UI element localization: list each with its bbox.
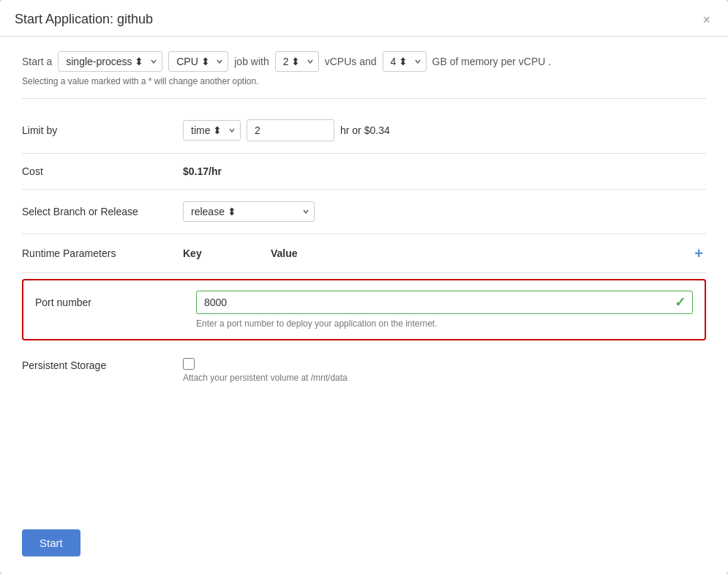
start-application-dialog: Start Application: github × Start a sing… [0, 0, 728, 574]
port-input-wrapper: ✓ [196, 291, 693, 314]
memory-suffix: GB of memory per vCPU . [432, 56, 552, 67]
port-row: Port number ✓ Enter a port number to dep… [22, 279, 706, 340]
runtime-value-header: Value [271, 247, 677, 259]
storage-row: Persistent Storage Attach your persisten… [22, 346, 706, 395]
branch-select[interactable]: release ⬍ [183, 201, 315, 222]
vcpus-label: vCPUs and [325, 56, 377, 67]
start-hint: Selecting a value marked with a * will c… [22, 76, 706, 86]
dialog-footer: Start [0, 518, 728, 574]
persistent-storage-checkbox[interactable] [183, 358, 195, 370]
cost-value: $0.17/hr [183, 165, 222, 177]
port-controls: ✓ Enter a port number to deploy your app… [196, 291, 693, 329]
cost-label: Cost [22, 165, 183, 177]
cost-controls: $0.17/hr [183, 165, 706, 177]
branch-controls: release ⬍ [183, 201, 706, 222]
storage-label: Persistent Storage [22, 358, 183, 371]
start-button[interactable]: Start [22, 529, 80, 556]
limit-suffix: hr or $0.34 [340, 124, 390, 136]
valid-checkmark-icon: ✓ [675, 294, 686, 310]
runtime-header: Key Value + [183, 246, 706, 261]
port-hint: Enter a port number to deploy your appli… [196, 318, 693, 329]
limit-label: Limit by [22, 124, 183, 136]
add-runtime-button[interactable]: + [691, 246, 706, 261]
divider-1 [22, 98, 706, 99]
process-type-select[interactable]: single-process ⬍ [58, 51, 162, 72]
port-row-inner: Port number ✓ Enter a port number to dep… [35, 291, 693, 329]
port-label: Port number [35, 291, 196, 308]
limit-by-row: Limit by time ⬍ hr or $0.34 [22, 108, 706, 154]
port-number-input[interactable] [196, 291, 693, 314]
storage-hint: Attach your persistent volume at /mnt/da… [183, 373, 706, 383]
runtime-row: Runtime Parameters Key Value + [22, 234, 706, 273]
vcpu-count-select[interactable]: 2 ⬍ [275, 51, 319, 72]
start-a-prefix: Start a [22, 56, 52, 67]
branch-label: Select Branch or Release [22, 206, 183, 217]
runtime-label: Runtime Parameters [22, 246, 183, 259]
branch-row: Select Branch or Release release ⬍ [22, 190, 706, 234]
close-button[interactable]: × [699, 13, 713, 26]
limit-value-input[interactable] [247, 119, 334, 141]
job-with-label: job with [234, 56, 269, 67]
dialog-header: Start Application: github × [0, 0, 728, 37]
limit-controls: time ⬍ hr or $0.34 [183, 119, 706, 141]
runtime-controls: Key Value + [183, 246, 706, 261]
storage-checkbox-wrap [183, 358, 706, 370]
memory-select[interactable]: 4 ⬍ [383, 51, 427, 72]
start-a-row: Start a single-process ⬍ CPU ⬍ job with … [22, 51, 706, 72]
dialog-body: Start a single-process ⬍ CPU ⬍ job with … [0, 37, 728, 518]
cost-row: Cost $0.17/hr [22, 154, 706, 190]
runtime-key-header: Key [183, 247, 256, 259]
dialog-title: Start Application: github [15, 12, 153, 27]
limit-type-select[interactable]: time ⬍ [183, 120, 241, 141]
storage-controls: Attach your persistent volume at /mnt/da… [183, 358, 706, 383]
cpu-type-select[interactable]: CPU ⬍ [168, 51, 228, 72]
